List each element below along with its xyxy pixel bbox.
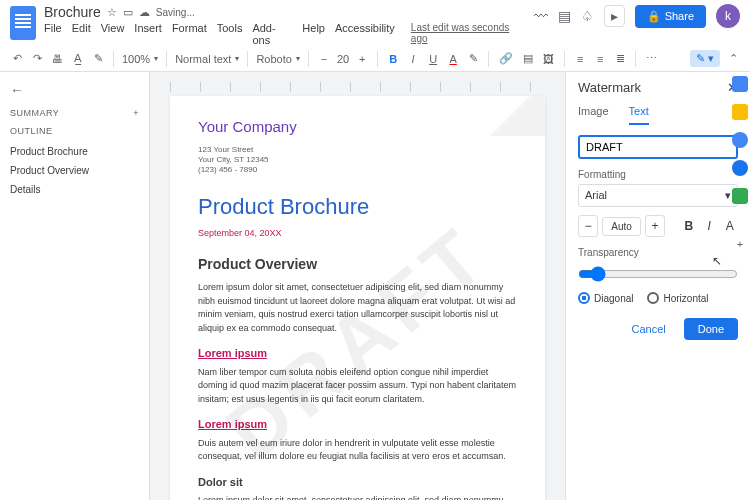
heading-overview[interactable]: Product Overview [198, 254, 517, 275]
font-inc[interactable]: + [355, 51, 369, 67]
list-icon[interactable]: ≣ [613, 50, 627, 67]
menu-addons[interactable]: Add-ons [252, 22, 292, 46]
panel-title: Watermark [578, 80, 641, 95]
paragraph[interactable]: Lorem ipsum dolor sit amet, consectetuer… [198, 281, 517, 335]
add-icon[interactable]: + [732, 238, 748, 250]
comment-icon[interactable]: ▤ [521, 50, 535, 67]
outline-item[interactable]: Product Brochure [10, 142, 139, 161]
menu-view[interactable]: View [101, 22, 125, 46]
menu-edit[interactable]: Edit [72, 22, 91, 46]
maps-icon[interactable] [732, 188, 748, 204]
transparency-label: Transparency [578, 247, 738, 258]
paint-icon[interactable]: ✎ [91, 50, 105, 67]
toolbar: ↶ ↷ 🖶 A̲ ✎ 100% Normal text Roboto − 20 … [0, 46, 750, 72]
paragraph[interactable]: Nam liber tempor cum soluta nobis eleife… [198, 366, 517, 407]
contacts-icon[interactable] [732, 160, 748, 176]
save-status: Saving... [156, 7, 195, 18]
radio-diagonal[interactable]: Diagonal [578, 292, 633, 304]
present-icon[interactable]: ▸ [604, 5, 625, 27]
header: Brochure ☆ ▭ ☁ Saving... File Edit View … [0, 0, 750, 46]
menu-tools[interactable]: Tools [217, 22, 243, 46]
outline-item[interactable]: Details [10, 180, 139, 199]
align-icon[interactable]: ≡ [573, 51, 587, 67]
tasks-icon[interactable] [732, 132, 748, 148]
trend-icon[interactable]: 〰 [534, 8, 548, 24]
editing-mode[interactable]: ✎ ▾ [690, 50, 720, 67]
italic-icon[interactable]: I [406, 51, 420, 67]
undo-icon[interactable]: ↶ [10, 50, 24, 67]
outline-label: OUTLINE [10, 126, 139, 136]
image-icon[interactable]: 🖼 [541, 51, 556, 67]
subheading[interactable]: Lorem ipsum [198, 416, 517, 433]
docs-logo-icon[interactable] [10, 6, 36, 40]
doc-date[interactable]: September 04, 20XX [198, 227, 517, 241]
summary-label: SUMMARY [10, 108, 59, 118]
bell-icon[interactable]: ♤ [581, 8, 594, 24]
font-select[interactable]: Arial▾ [578, 184, 738, 207]
tab-image[interactable]: Image [578, 105, 609, 125]
paragraph[interactable]: Lorem ipsum dolor sit amet, consectetuer… [198, 494, 517, 500]
page[interactable]: DRAFT Your Company 123 Your StreetYour C… [170, 96, 545, 500]
address[interactable]: 123 Your StreetYour City, ST 12345(123) … [198, 145, 517, 176]
font-select[interactable]: Roboto [256, 53, 299, 65]
calendar-icon[interactable] [732, 76, 748, 92]
done-button[interactable]: Done [684, 318, 738, 340]
spellcheck-icon[interactable]: A̲ [71, 50, 85, 67]
print-icon[interactable]: 🖶 [50, 51, 65, 67]
style-select[interactable]: Normal text [175, 53, 239, 65]
cancel-button[interactable]: Cancel [621, 318, 675, 340]
doc-title[interactable]: Product Brochure [198, 190, 517, 223]
bold-toggle[interactable]: B [681, 219, 697, 233]
move-icon[interactable]: ▭ [123, 6, 133, 19]
size-dec[interactable]: − [578, 215, 598, 237]
size-auto[interactable]: Auto [602, 217, 641, 236]
share-button[interactable]: 🔒Share [635, 5, 706, 28]
menu-accessibility[interactable]: Accessibility [335, 22, 395, 46]
menu-file[interactable]: File [44, 22, 62, 46]
watermark-input[interactable] [578, 135, 738, 159]
paragraph[interactable]: Duis autem vel eum iriure dolor in hendr… [198, 437, 517, 464]
keep-icon[interactable] [732, 104, 748, 120]
menu-help[interactable]: Help [302, 22, 325, 46]
collapse-icon[interactable]: ⌃ [726, 50, 740, 67]
document-area[interactable]: DRAFT Your Company 123 Your StreetYour C… [150, 72, 565, 500]
company-heading[interactable]: Your Company [198, 116, 517, 139]
subheading[interactable]: Lorem ipsum [198, 345, 517, 362]
spacing-icon[interactable]: ≡ [593, 51, 607, 67]
font-dec[interactable]: − [317, 51, 331, 67]
size-inc[interactable]: + [645, 215, 665, 237]
highlight-icon[interactable]: ✎ [466, 50, 480, 67]
title-area: Brochure ☆ ▭ ☁ Saving... File Edit View … [44, 4, 526, 46]
avatar[interactable]: k [716, 4, 740, 28]
cloud-icon: ☁ [139, 6, 150, 19]
last-edit-link[interactable]: Last edit was seconds ago [411, 22, 526, 46]
zoom-select[interactable]: 100% [122, 53, 158, 65]
side-panel: + [732, 76, 748, 250]
italic-toggle[interactable]: I [701, 219, 717, 233]
formatting-label: Formatting [578, 169, 738, 180]
menu-format[interactable]: Format [172, 22, 207, 46]
menu-insert[interactable]: Insert [134, 22, 162, 46]
watermark-panel: Watermark✕ Image Text Formatting Arial▾ … [565, 72, 750, 500]
transparency-slider[interactable] [578, 266, 738, 282]
page-corner [475, 96, 545, 136]
document-title[interactable]: Brochure [44, 4, 101, 20]
radio-horizontal[interactable]: Horizontal [647, 292, 708, 304]
more-icon[interactable]: ⋯ [644, 50, 659, 67]
add-summary-icon[interactable]: + [133, 108, 139, 118]
back-icon[interactable]: ← [10, 82, 139, 98]
heading-dolor[interactable]: Dolor sit [198, 474, 517, 491]
text-color-icon[interactable]: A [446, 51, 460, 67]
outline-item[interactable]: Product Overview [10, 161, 139, 180]
redo-icon[interactable]: ↷ [30, 50, 44, 67]
font-size[interactable]: 20 [337, 53, 349, 65]
link-icon[interactable]: 🔗 [497, 50, 515, 67]
comments-icon[interactable]: ▤ [558, 8, 571, 24]
star-icon[interactable]: ☆ [107, 6, 117, 19]
ruler[interactable] [170, 82, 545, 92]
underline-icon[interactable]: U [426, 51, 440, 67]
tab-text[interactable]: Text [629, 105, 649, 125]
bold-icon[interactable]: B [386, 51, 400, 67]
outline-sidebar: ← SUMMARY+ OUTLINE Product Brochure Prod… [0, 72, 150, 500]
menubar: File Edit View Insert Format Tools Add-o… [44, 22, 526, 46]
